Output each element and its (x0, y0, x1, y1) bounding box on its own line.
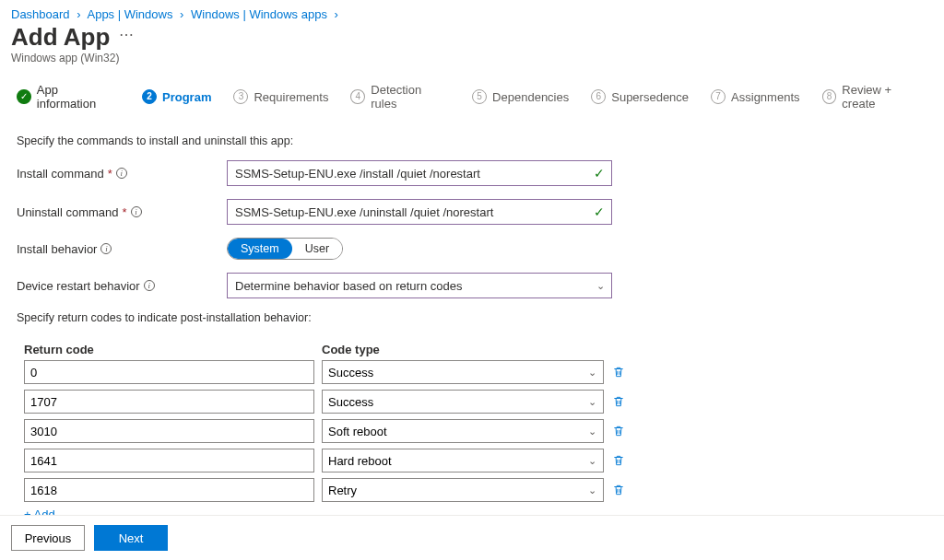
check-icon: ✓ (594, 167, 605, 180)
delete-row-button[interactable] (611, 365, 626, 379)
step-label: App information (37, 83, 120, 111)
step-program[interactable]: 2 Program (142, 83, 211, 111)
uninstall-command-label: Uninstall command (17, 205, 119, 219)
step-label: Program (162, 90, 211, 104)
trash-icon (612, 454, 625, 467)
install-behavior-user[interactable]: User (292, 239, 342, 259)
breadcrumb-dashboard[interactable]: Dashboard (11, 7, 70, 21)
check-icon: ✓ (594, 205, 605, 218)
step-number-badge: 6 (591, 89, 606, 104)
install-command-input[interactable] (227, 160, 612, 186)
table-row: ⌄ (17, 419, 927, 443)
step-label: Supersedence (611, 90, 689, 104)
trash-icon (612, 484, 625, 496)
chevron-right-icon: › (331, 7, 342, 21)
info-icon[interactable] (116, 168, 127, 179)
delete-row-button[interactable] (611, 483, 626, 497)
device-restart-label: Device restart behavior (17, 279, 140, 293)
delete-row-button[interactable] (611, 453, 626, 468)
chevron-right-icon: › (176, 7, 187, 21)
table-row: ⌄ (17, 360, 927, 384)
breadcrumb: Dashboard › Apps | Windows › Windows | W… (0, 0, 944, 23)
step-number-badge: 7 (711, 89, 726, 104)
return-codes-table: Return code Code type ⌄ ⌄ (17, 337, 927, 521)
table-row: ⌄ (17, 449, 927, 472)
step-number-badge: 4 (350, 89, 365, 104)
install-behavior-toggle: System User (227, 238, 343, 260)
install-command-label: Install command (17, 167, 104, 181)
check-icon (17, 89, 31, 104)
info-icon[interactable] (100, 243, 112, 254)
code-type-select[interactable] (322, 478, 604, 502)
step-requirements[interactable]: 3 Requirements (233, 83, 328, 111)
step-assignments[interactable]: 7 Assignments (711, 83, 799, 111)
step-app-information[interactable]: App information (17, 83, 120, 111)
return-code-input[interactable] (24, 360, 314, 384)
device-restart-select[interactable] (227, 273, 612, 298)
code-type-select[interactable] (322, 360, 604, 384)
delete-row-button[interactable] (611, 394, 626, 409)
step-label: Assignments (731, 90, 799, 104)
delete-row-button[interactable] (611, 424, 626, 438)
previous-button[interactable]: Previous (11, 525, 85, 551)
step-number-badge: 5 (472, 89, 487, 104)
step-number-badge: 3 (233, 89, 248, 104)
trash-icon (612, 366, 625, 379)
step-dependencies[interactable]: 5 Dependencies (472, 83, 569, 111)
wizard-footer: Previous Next (0, 515, 944, 560)
chevron-right-icon: › (73, 7, 84, 21)
info-icon[interactable] (144, 280, 155, 291)
step-label: Detection rules (371, 83, 450, 111)
return-code-input[interactable] (24, 478, 314, 502)
breadcrumb-windows-apps[interactable]: Windows | Windows apps (191, 7, 327, 21)
code-type-select[interactable] (322, 419, 604, 443)
install-behavior-label: Install behavior (17, 242, 97, 256)
trash-icon (612, 425, 625, 438)
step-number-badge: 8 (822, 89, 837, 104)
required-indicator: * (123, 205, 127, 219)
next-button[interactable]: Next (94, 525, 168, 551)
step-label: Review + create (842, 83, 927, 111)
code-type-select[interactable] (322, 390, 604, 414)
uninstall-command-input[interactable] (227, 199, 612, 225)
step-label: Dependencies (492, 90, 569, 104)
step-detection-rules[interactable]: 4 Detection rules (350, 83, 450, 111)
code-type-header: Code type (322, 343, 604, 356)
more-options-button[interactable]: ⋯ (119, 26, 134, 49)
page-subtitle: Windows app (Win32) (0, 52, 944, 83)
code-type-select[interactable] (322, 449, 604, 472)
step-supersedence[interactable]: 6 Supersedence (591, 83, 689, 111)
wizard-steps: App information 2 Program 3 Requirements… (0, 83, 944, 123)
table-row: ⌄ (17, 478, 927, 502)
section-intro: Specify the commands to install and unin… (17, 134, 927, 147)
info-icon[interactable] (131, 206, 142, 217)
return-code-input[interactable] (24, 419, 314, 443)
step-label: Requirements (254, 90, 328, 104)
return-code-input[interactable] (24, 390, 314, 414)
install-behavior-system[interactable]: System (228, 239, 292, 259)
step-number-badge: 2 (142, 89, 157, 104)
trash-icon (612, 395, 625, 408)
page-title: Add App (11, 23, 110, 52)
return-code-header: Return code (24, 343, 322, 356)
return-codes-intro: Specify return codes to indicate post-in… (17, 311, 927, 324)
step-review-create[interactable]: 8 Review + create (822, 83, 928, 111)
breadcrumb-apps-windows[interactable]: Apps | Windows (87, 7, 172, 21)
return-code-input[interactable] (24, 449, 314, 472)
required-indicator: * (108, 167, 112, 181)
table-row: ⌄ (17, 390, 927, 414)
